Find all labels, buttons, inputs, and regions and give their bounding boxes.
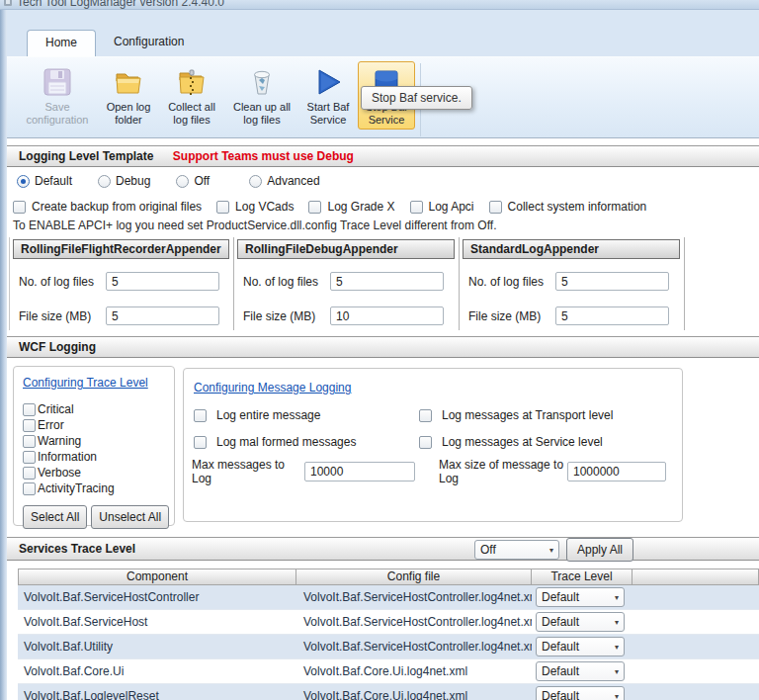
checkbox-icon[interactable] [489,201,502,214]
radio-button-icon[interactable] [176,175,189,188]
no-of-log-files-input[interactable] [330,272,444,291]
checkbox-label: Information [38,450,97,464]
column-header-component[interactable]: Component [18,569,296,585]
max-size-input[interactable] [567,462,666,481]
checkbox-icon[interactable] [410,201,423,214]
checkbox-icon[interactable] [23,419,36,432]
checkbox-label: Log Apci [429,200,474,214]
checkbox-label: Warning [38,434,81,448]
file-size-input[interactable] [555,306,669,325]
table-row[interactable]: VolvoIt.Baf.LoglevelReset VolvoIt.Baf.Co… [18,684,759,700]
checkbox-icon[interactable] [23,435,36,448]
radio-button-icon[interactable] [98,175,111,188]
checkbox-error[interactable]: Error [23,417,174,433]
checkbox-log-vcads[interactable]: Log VCads [216,200,294,214]
radio-label: Off [194,174,210,188]
checkbox-icon[interactable] [216,201,229,214]
apply-all-button[interactable]: Apply All [566,538,633,562]
appender-standard: StandardLogAppender No. of log files Fil… [460,237,685,330]
checkbox-critical[interactable]: Critical [23,401,174,417]
wcf-logging-header: WCF Logging [7,336,759,358]
config-file-cell: VolvoIt.Baf.ServiceHostController.log4ne… [296,615,532,629]
appenders-panel: RollingFileFlightRecorderAppender No. of… [9,237,685,330]
row-trace-level-dropdown[interactable]: Default▾ [536,612,625,632]
max-messages-input[interactable] [304,462,415,481]
table-row[interactable]: VolvoIt.Baf.Utility VolvoIt.Baf.ServiceH… [18,635,759,659]
checkbox-log-malformed[interactable]: Log mal formed messages [194,435,356,449]
open-log-folder-button[interactable]: Open log folder [99,61,158,130]
radio-default[interactable]: Default [17,174,72,188]
no-of-log-files-label: No. of log files [19,275,106,289]
save-configuration-button[interactable]: Save configuration [17,61,98,130]
trace-level-dropdown[interactable]: Off ▾ [474,540,559,560]
checkbox-label: Log messages at Transport level [442,408,613,422]
column-header-trace-level[interactable]: Trace Level [532,569,632,585]
row-trace-level-dropdown[interactable]: Default▾ [536,587,625,607]
start-baf-service-button[interactable]: Start Baf Service [299,61,357,130]
checkbox-information[interactable]: Information [23,449,174,465]
max-messages-label: Max messages to Log [192,458,304,485]
clean-up-all-log-files-button[interactable]: Clean up all log files [225,61,298,130]
radio-debug[interactable]: Debug [98,174,150,188]
checkbox-activity-tracing[interactable]: ActivityTracing [23,481,174,496]
component-cell: VolvoIt.Baf.Core.Ui [18,664,296,678]
radio-advanced[interactable]: Advanced [249,174,319,188]
chevron-down-icon: ▾ [615,643,619,652]
collect-all-log-files-button[interactable]: Collect all log files [159,61,224,130]
checkbox-warning[interactable]: Warning [23,433,174,449]
row-trace-level-dropdown[interactable]: Default▾ [536,661,625,681]
checkbox-label: Verbose [38,466,81,480]
checkbox-icon[interactable] [13,201,26,214]
checkbox-icon[interactable] [23,451,36,464]
checkbox-icon[interactable] [194,409,207,422]
floppy-disk-icon [42,66,73,98]
checkbox-icon[interactable] [419,436,432,449]
no-of-log-files-label: No. of log files [243,275,330,289]
config-file-cell: VolvoIt.Baf.Core.Ui.log4net.xml [296,689,532,700]
table-row[interactable]: VolvoIt.Baf.ServiceHostController VolvoI… [18,585,759,610]
checkbox-log-entire-message[interactable]: Log entire message [194,408,320,422]
max-size-field: Max size of message to Log [439,458,666,485]
max-size-label: Max size of message to Log [439,458,567,485]
row-trace-level-dropdown[interactable]: Default▾ [536,686,625,700]
radio-off[interactable]: Off [176,174,210,188]
table-header-row: Component Config file Trace Level [18,569,759,585]
radio-button-icon[interactable] [249,175,262,188]
checkbox-label: Critical [38,402,74,416]
file-size-input[interactable] [106,306,219,325]
checkbox-icon[interactable] [194,436,207,449]
checkbox-icon[interactable] [23,403,36,416]
checkbox-create-backup[interactable]: Create backup from original files [13,200,202,214]
tab-home[interactable]: Home [27,30,96,56]
checkbox-log-transport-level[interactable]: Log messages at Transport level [419,408,613,422]
row-trace-level-dropdown[interactable]: Default▾ [536,637,625,656]
tab-configuration[interactable]: Configuration [96,30,202,56]
max-messages-field: Max messages to Log [192,458,415,485]
options-checkbox-row: Create backup from original files Log VC… [13,200,661,214]
checkbox-verbose[interactable]: Verbose [23,465,174,481]
configuring-trace-level-link[interactable]: Configuring Trace Level [23,376,148,390]
checkbox-icon[interactable] [23,482,36,495]
radio-button-icon[interactable] [17,175,30,188]
checkbox-collect-system-info[interactable]: Collect system information [489,200,647,214]
configuring-message-logging-link[interactable]: Configuring Message Logging [194,381,351,394]
select-all-button[interactable]: Select All [23,505,87,529]
table-row[interactable]: VolvoIt.Baf.Core.Ui VolvoIt.Baf.Core.Ui.… [18,659,759,684]
unselect-all-button[interactable]: Unselect All [91,505,169,529]
chevron-down-icon: ▾ [615,618,619,627]
column-header-config-file[interactable]: Config file [296,569,532,585]
file-size-input[interactable] [330,306,444,325]
radio-label: Debug [116,174,150,188]
checkbox-icon[interactable] [419,409,432,422]
checkbox-log-grade-x[interactable]: Log Grade X [308,200,394,214]
logging-level-radio-group: Default Debug Off Advanced [17,174,346,188]
checkbox-icon[interactable] [23,467,36,480]
table-row[interactable]: VolvoIt.Baf.ServiceHost VolvoIt.Baf.Serv… [18,610,759,635]
no-of-log-files-input[interactable] [555,272,669,291]
tooltip: Stop Baf service. [361,86,472,110]
services-table: Component Config file Trace Level VolvoI… [18,569,759,700]
no-of-log-files-input[interactable] [106,272,219,291]
checkbox-icon[interactable] [308,201,321,214]
checkbox-log-apci[interactable]: Log Apci [410,200,474,214]
checkbox-log-service-level[interactable]: Log messages at Service level [419,435,603,449]
